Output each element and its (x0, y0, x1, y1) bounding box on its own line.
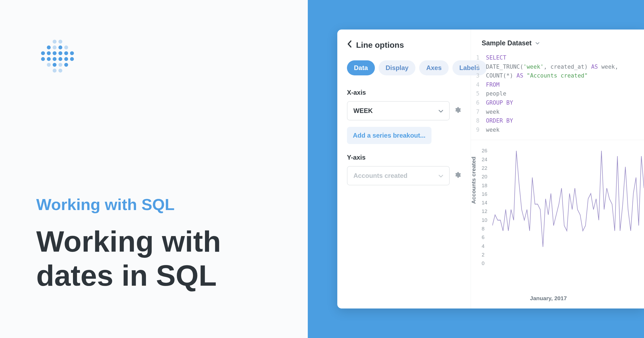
hero-panel: Working with SQL Working with dates in S… (0, 0, 308, 338)
svg-point-16 (64, 57, 68, 61)
y-tick: 16 (482, 191, 487, 197)
svg-point-23 (58, 69, 62, 72)
tabs-row: DataDisplayAxesLabels (347, 60, 461, 75)
y-tick: 22 (482, 165, 487, 171)
tab-display[interactable]: Display (379, 60, 415, 75)
hero-headings: Working with SQL Working with dates in S… (36, 195, 272, 292)
svg-point-14 (53, 57, 56, 61)
chart-area: Accounts created 02468101214161820222426… (471, 140, 644, 308)
y-axis-title: Accounts created (470, 157, 477, 204)
y-tick: 4 (482, 243, 485, 249)
code-line: 7 week (476, 108, 636, 117)
y-tick: 26 (482, 148, 487, 154)
svg-point-19 (53, 63, 56, 67)
hero-title: Working with dates in SQL (36, 225, 272, 292)
chevron-down-icon (438, 108, 443, 114)
sidebar-header: Line options (347, 40, 461, 50)
svg-point-21 (64, 63, 68, 67)
svg-point-7 (47, 51, 51, 55)
y-tick: 8 (482, 226, 485, 232)
add-series-breakout-button[interactable]: Add a series breakout... (347, 127, 431, 144)
gear-icon[interactable] (454, 171, 461, 180)
y-axis-row: Accounts created (347, 166, 461, 185)
x-axis-row: WEEK (347, 101, 461, 120)
y-tick: 6 (482, 234, 485, 240)
code-line: 4FROM (476, 80, 636, 90)
svg-point-18 (47, 63, 51, 67)
app-window: Line options DataDisplayAxesLabels X-axi… (337, 30, 644, 308)
y-axis-label: Y-axis (347, 154, 461, 161)
svg-point-6 (41, 51, 45, 55)
logo (36, 35, 85, 83)
svg-point-15 (58, 57, 62, 61)
code-line: 2 DATE_TRUNC('week', created_at) AS week… (476, 63, 636, 72)
y-tick: 12 (482, 208, 487, 214)
svg-point-17 (70, 57, 74, 61)
svg-point-2 (47, 46, 51, 49)
y-tick: 10 (482, 217, 487, 223)
dataset-selector[interactable]: Sample Dataset (471, 30, 644, 53)
back-icon[interactable] (347, 40, 352, 50)
chevron-down-icon (438, 173, 443, 179)
svg-point-9 (58, 51, 62, 55)
chart-line (492, 151, 644, 247)
y-tick: 18 (482, 183, 487, 189)
x-axis-value: WEEK (353, 107, 373, 115)
svg-point-12 (41, 57, 45, 61)
tab-axes[interactable]: Axes (419, 60, 448, 75)
svg-point-4 (58, 46, 62, 49)
svg-point-20 (58, 63, 62, 67)
hero-subtitle: Working with SQL (36, 195, 272, 214)
y-tick: 20 (482, 174, 487, 180)
tab-data[interactable]: Data (347, 60, 375, 75)
code-line: 1SELECT (476, 53, 636, 63)
sql-editor[interactable]: 1SELECT2 DATE_TRUNC('week', created_at) … (471, 53, 644, 140)
code-line: 6GROUP BY (476, 98, 636, 108)
svg-point-5 (64, 46, 68, 49)
code-line: 9 week (476, 126, 636, 135)
svg-point-13 (47, 57, 51, 61)
main-area: Sample Dataset 1SELECT2 DATE_TRUNC('week… (471, 30, 644, 308)
svg-point-0 (53, 40, 56, 43)
svg-point-11 (70, 51, 74, 55)
svg-point-8 (53, 51, 56, 55)
svg-point-1 (58, 40, 62, 43)
svg-point-22 (53, 69, 56, 72)
right-panel: Line options DataDisplayAxesLabels X-axi… (308, 0, 644, 338)
x-axis-select[interactable]: WEEK (347, 101, 450, 120)
dataset-name: Sample Dataset (482, 39, 532, 47)
code-line: 5 people (476, 89, 636, 98)
line-options-sidebar: Line options DataDisplayAxesLabels X-axi… (337, 30, 471, 308)
y-axis-select[interactable]: Accounts created (347, 166, 450, 185)
svg-point-10 (64, 51, 68, 55)
code-line: 3 COUNT(*) AS "Accounts created" (476, 71, 636, 80)
y-tick: 2 (482, 252, 485, 258)
x-axis-label: X-axis (347, 89, 461, 96)
svg-point-3 (53, 46, 56, 49)
y-axis-value: Accounts created (353, 172, 407, 179)
y-tick: 14 (482, 200, 487, 206)
sidebar-title: Line options (356, 41, 404, 50)
chevron-down-icon (535, 40, 540, 46)
gear-icon[interactable] (454, 106, 461, 115)
y-tick: 0 (482, 260, 485, 266)
x-tick: January, 2017 (530, 295, 567, 302)
code-line: 8ORDER BY (476, 116, 636, 126)
y-tick: 24 (482, 157, 487, 163)
